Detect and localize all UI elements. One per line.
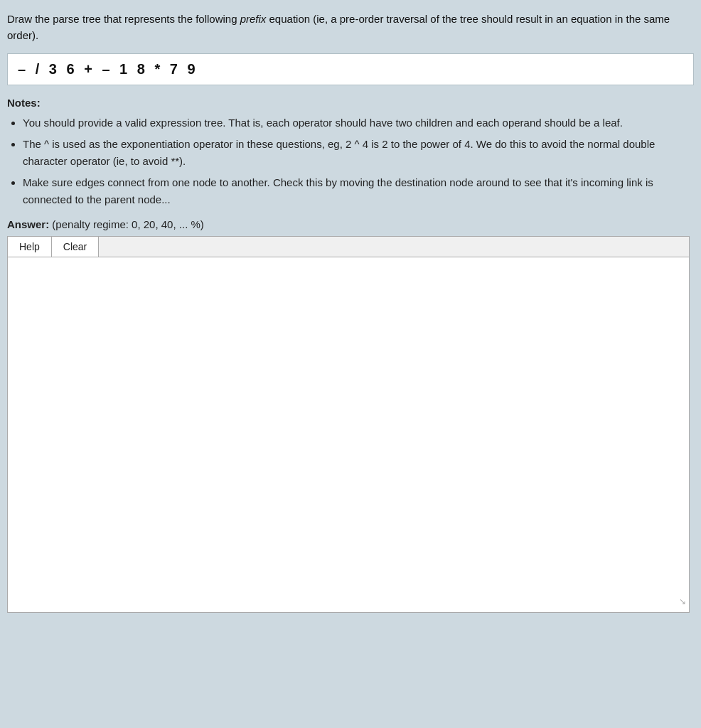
toolbar: Help Clear (8, 237, 689, 257)
clear-button[interactable]: Clear (52, 237, 99, 257)
notes-item-3: Make sure edges connect from one node to… (23, 174, 694, 208)
notes-list: You should provide a valid expression tr… (7, 114, 694, 208)
answer-penalty: (penalty regime: 0, 20, 40, ... %) (52, 218, 203, 230)
resize-handle[interactable]: ↘ (679, 597, 687, 606)
notes-item-2: The ^ is used as the exponentiation oper… (23, 136, 694, 170)
notes-item-1: You should provide a valid expression tr… (23, 114, 694, 132)
help-button[interactable]: Help (8, 237, 52, 257)
page-wrapper: Draw the parse tree that represents the … (0, 0, 701, 728)
equation-text: – / 3 6 + – 1 8 * 7 9 (18, 61, 198, 77)
answer-label: Answer: (penalty regime: 0, 20, 40, ... … (7, 218, 694, 230)
notes-section: Notes: You should provide a valid expres… (7, 97, 694, 208)
answer-section: Answer: (penalty regime: 0, 20, 40, ... … (7, 218, 694, 613)
notes-title: Notes: (7, 97, 694, 109)
answer-canvas-wrapper: Help Clear ↘ (7, 236, 690, 613)
question-text-part1: Draw the parse tree that represents the … (7, 13, 240, 25)
answer-label-bold: Answer: (7, 218, 49, 230)
canvas-area[interactable]: ↘ (8, 257, 689, 607)
question-text-italic: prefix (240, 13, 267, 25)
equation-box: – / 3 6 + – 1 8 * 7 9 (7, 53, 694, 85)
question-text: Draw the parse tree that represents the … (7, 11, 694, 43)
